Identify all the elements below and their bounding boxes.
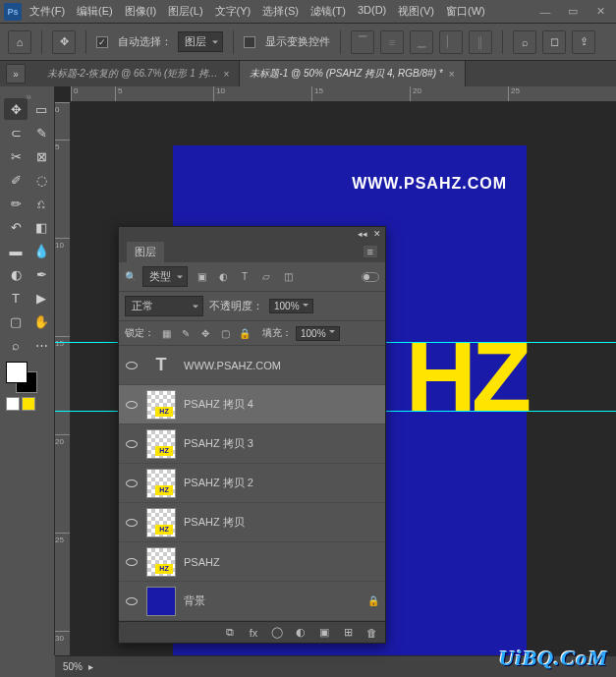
ruler-horizontal[interactable]: 0 5 10 15 20 25 — [71, 86, 616, 102]
blend-mode-dropdown[interactable]: 正常 — [125, 296, 203, 316]
type-tool[interactable]: T — [4, 287, 28, 309]
color-swatches[interactable] — [4, 358, 53, 415]
filter-toggle[interactable] — [362, 272, 379, 282]
panel-close-icon[interactable]: ✕ — [373, 229, 381, 239]
close-tab-icon[interactable]: × — [449, 69, 455, 80]
layer-name[interactable]: PSAHZ 拷贝 2 — [184, 476, 253, 490]
menu-type[interactable]: 文字(Y) — [215, 4, 252, 19]
lock-transparency-icon[interactable]: ▦ — [158, 325, 174, 341]
filter-shape-icon[interactable]: ▱ — [258, 269, 274, 285]
move-tool[interactable]: ✥ — [4, 98, 28, 120]
filter-smart-icon[interactable]: ◫ — [280, 269, 296, 285]
collapse-icon[interactable]: ◂◂ — [358, 229, 367, 239]
filter-adjust-icon[interactable]: ◐ — [215, 269, 231, 285]
healing-tool[interactable]: ◌ — [29, 169, 53, 191]
lock-pixels-icon[interactable]: ✎ — [178, 325, 194, 341]
menu-edit[interactable]: 编辑(E) — [77, 4, 113, 19]
layer-thumbnail[interactable] — [146, 587, 176, 616]
menu-filter[interactable]: 滤镜(T) — [310, 4, 346, 19]
layer-thumbnail[interactable]: HZ — [146, 429, 176, 459]
document-tab-active[interactable]: 未标题-1 @ 50% (PSAHZ 拷贝 4, RGB/8#) * × — [240, 61, 465, 86]
align-left-button[interactable]: ▏ — [439, 30, 463, 54]
layer-thumbnail[interactable]: HZ — [146, 547, 176, 577]
opacity-field[interactable]: 100% — [269, 299, 313, 313]
filter-pixel-icon[interactable]: ▣ — [194, 269, 209, 285]
group-icon[interactable]: ▣ — [316, 625, 332, 641]
dodge-tool[interactable]: ◐ — [4, 263, 28, 285]
visibility-toggle[interactable] — [125, 555, 139, 569]
marquee-tool[interactable]: ▭ — [29, 98, 53, 120]
layer-thumbnail[interactable]: HZ — [146, 469, 176, 498]
visibility-toggle[interactable] — [125, 594, 139, 608]
align-bottom-button[interactable]: ▁ — [410, 30, 433, 54]
layer-thumbnail[interactable]: HZ — [146, 390, 176, 420]
gradient-tool[interactable]: ▬ — [4, 240, 28, 261]
brush-tool[interactable]: ✏ — [4, 193, 28, 214]
layers-panel[interactable]: ◂◂ ✕ 图层 ≡ 🔍 类型 ▣ ◐ T ▱ ◫ 正常 不透明度： 100% 锁… — [118, 226, 386, 644]
zoom-tool[interactable]: ⌕ — [4, 334, 28, 356]
layer-name[interactable]: PSAHZ 拷贝 — [184, 515, 245, 530]
menu-layer[interactable]: 图层(L) — [168, 4, 202, 19]
menu-file[interactable]: 文件(F) — [29, 4, 65, 19]
crop-tool[interactable]: ✂ — [4, 145, 28, 167]
search-button[interactable]: ⌕ — [513, 30, 536, 54]
history-brush-tool[interactable]: ↶ — [4, 216, 28, 238]
zoom-level[interactable]: 50% — [63, 661, 83, 672]
layer-row[interactable]: HZPSAHZ — [119, 542, 385, 582]
layer-name[interactable]: WWW.PSAHZ.COM — [184, 360, 281, 371]
layer-row[interactable]: HZPSAHZ 拷贝 2 — [119, 464, 385, 503]
link-layers-icon[interactable]: ⧉ — [222, 625, 238, 641]
expand-panels-button[interactable]: » — [6, 64, 26, 84]
visibility-toggle[interactable] — [125, 359, 139, 372]
layer-name[interactable]: PSAHZ — [184, 556, 220, 568]
lock-artboard-icon[interactable]: ▢ — [217, 325, 233, 341]
visibility-toggle[interactable] — [125, 477, 139, 490]
layer-row[interactable]: HZPSAHZ 拷贝 4 — [119, 385, 385, 424]
stamp-tool[interactable]: ⎌ — [29, 193, 53, 214]
visibility-toggle[interactable] — [125, 398, 139, 412]
layer-thumbnail[interactable]: HZ — [146, 508, 176, 537]
panel-grip[interactable]: ◂◂ ✕ — [119, 227, 385, 241]
filter-type-dropdown[interactable]: 类型 — [142, 266, 188, 287]
adjustment-layer-icon[interactable]: ◐ — [293, 625, 308, 641]
align-top-button[interactable]: ▔ — [351, 30, 374, 54]
layer-name[interactable]: 背景 — [184, 593, 205, 608]
visibility-toggle[interactable] — [125, 437, 139, 451]
align-vcenter-button[interactable]: ≡ — [380, 30, 404, 54]
layer-row[interactable]: HZPSAHZ 拷贝 — [119, 503, 385, 542]
blur-tool[interactable]: 💧 — [29, 240, 53, 261]
document-tab-inactive[interactable]: 未标题-2-恢复的 @ 66.7% (矩形 1 拷… × — [37, 61, 240, 86]
menu-image[interactable]: 图像(I) — [125, 4, 156, 19]
layer-thumbnail[interactable]: T — [146, 351, 176, 380]
close-tab-icon[interactable]: × — [224, 69, 230, 80]
filter-type-icon[interactable]: T — [237, 269, 252, 285]
edit-toolbar[interactable]: ⋯ — [29, 334, 53, 356]
auto-select-target-dropdown[interactable]: 图层 — [178, 31, 223, 52]
layer-name[interactable]: PSAHZ 拷贝 3 — [184, 436, 253, 451]
layers-tab[interactable]: 图层 — [127, 242, 164, 262]
lasso-tool[interactable]: ⊂ — [4, 122, 28, 143]
show-transform-checkbox[interactable] — [244, 36, 255, 48]
lock-all-icon[interactable]: 🔒 — [237, 325, 252, 341]
menu-select[interactable]: 选择(S) — [262, 4, 299, 19]
move-tool-button[interactable]: ✥ — [52, 30, 76, 54]
window-minimize-button[interactable]: — — [533, 3, 557, 21]
menu-window[interactable]: 窗口(W) — [446, 4, 485, 19]
hand-tool[interactable]: ✋ — [29, 310, 53, 332]
workspace-button[interactable]: ◻ — [542, 30, 566, 54]
delete-layer-icon[interactable]: 🗑 — [364, 625, 379, 641]
layer-row[interactable]: HZPSAHZ 拷贝 3 — [119, 424, 385, 464]
window-maximize-button[interactable]: ▭ — [561, 3, 585, 21]
mini-swatch-1[interactable] — [6, 397, 20, 411]
quick-select-tool[interactable]: ✎ — [29, 122, 53, 143]
share-button[interactable]: ⇪ — [572, 30, 595, 54]
window-close-button[interactable]: ✕ — [588, 3, 612, 21]
rectangle-tool[interactable]: ▢ — [4, 310, 28, 332]
layer-row[interactable]: TWWW.PSAHZ.COM — [119, 346, 385, 385]
layer-row[interactable]: 背景🔒 — [119, 582, 385, 621]
eraser-tool[interactable]: ◧ — [29, 216, 53, 238]
panel-menu-icon[interactable]: ≡ — [364, 246, 377, 257]
layer-fx-icon[interactable]: fx — [246, 625, 261, 641]
home-button[interactable]: ⌂ — [8, 30, 31, 54]
align-hcenter-button[interactable]: ║ — [469, 30, 492, 54]
